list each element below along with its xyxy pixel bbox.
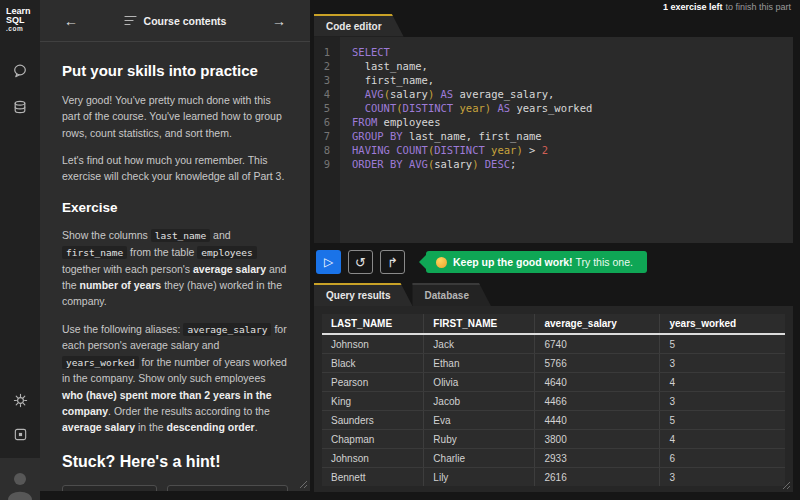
next-exercise-arrow[interactable]: → bbox=[272, 14, 286, 28]
tab-database[interactable]: Database bbox=[412, 283, 490, 306]
course-contents-button[interactable]: Course contents bbox=[124, 15, 227, 27]
table-cell: Johnson bbox=[322, 449, 424, 468]
stuck-heading: Stuck? Here's a hint! bbox=[62, 453, 288, 471]
smiley-emoji-icon bbox=[436, 257, 447, 268]
column-header: LAST_NAME bbox=[322, 314, 424, 334]
database-icon[interactable] bbox=[10, 97, 30, 117]
lesson-paragraph: Very good! You've pretty much done with … bbox=[62, 92, 288, 141]
table-cell: 4640 bbox=[535, 373, 660, 392]
code-line[interactable]: last_name, bbox=[352, 59, 793, 73]
table-row: SaundersEva44405 bbox=[322, 411, 785, 430]
table-cell: 3 bbox=[660, 392, 785, 411]
table-cell: 4 bbox=[660, 373, 785, 392]
chat-icon[interactable] bbox=[10, 61, 30, 81]
panel-resize-handle[interactable] bbox=[299, 480, 308, 489]
line-number: 9 bbox=[314, 157, 340, 171]
feedback-message: Keep up the good work! Try this one. bbox=[426, 251, 647, 273]
previous-exercise-arrow[interactable]: ← bbox=[64, 14, 78, 28]
line-number: 2 bbox=[314, 59, 340, 73]
code-line[interactable]: HAVING COUNT(DISTINCT year) > 2 bbox=[352, 143, 793, 157]
code-line[interactable]: SELECT bbox=[352, 45, 793, 59]
workspace: 1 exercise left to finish this part Code… bbox=[310, 0, 800, 500]
panel-shortcut-icon[interactable] bbox=[10, 424, 30, 444]
line-number: 7 bbox=[314, 129, 340, 143]
run-query-button[interactable]: ▷ bbox=[316, 250, 341, 274]
table-cell: 5 bbox=[660, 334, 785, 354]
results-tab-row: Query results Database bbox=[314, 284, 793, 306]
table-row: ChapmanRuby38004 bbox=[322, 430, 785, 449]
exercise-paragraph: Use the following aliases: average_salar… bbox=[62, 321, 288, 436]
line-number: 8 bbox=[314, 143, 340, 157]
table-cell: 4440 bbox=[535, 411, 660, 430]
lesson-title: Put your skills into practice bbox=[62, 62, 288, 79]
tab-query-results[interactable]: Query results bbox=[314, 283, 412, 306]
table-cell: 2616 bbox=[535, 468, 660, 487]
table-cell: 5766 bbox=[535, 354, 660, 373]
learnsql-logo[interactable]: Learn SQL .com bbox=[0, 0, 31, 33]
table-cell: Eva bbox=[424, 411, 535, 430]
editor-actions: ▷ ↺ ↱ Keep up the good work! Try this on… bbox=[314, 243, 793, 281]
skip-forward-button[interactable]: ↱ bbox=[380, 250, 405, 274]
table-row: BlackEthan57663 bbox=[322, 354, 785, 373]
code-line[interactable]: first_name, bbox=[352, 73, 793, 87]
give-hint-button[interactable]: Give me a hint bbox=[62, 485, 157, 491]
table-cell: Pearson bbox=[322, 373, 424, 392]
exercises-left-text: to finish this part bbox=[725, 2, 791, 12]
settings-gear-icon[interactable] bbox=[10, 390, 30, 410]
user-avatar[interactable] bbox=[0, 458, 40, 500]
table-cell: 4 bbox=[660, 430, 785, 449]
course-contents-label: Course contents bbox=[144, 15, 227, 27]
code-line[interactable]: GROUP BY last_name, first_name bbox=[352, 129, 793, 143]
show-answer-button[interactable]: Show me the answer bbox=[167, 485, 288, 491]
line-number: 1 bbox=[314, 45, 340, 59]
table-row: PearsonOlivia46404 bbox=[322, 373, 785, 392]
table-cell: Lily bbox=[424, 468, 535, 487]
logo-line3: .com bbox=[6, 26, 31, 33]
code-line[interactable]: ORDER BY AVG(salary) DESC; bbox=[352, 157, 793, 171]
results-resize-handle[interactable] bbox=[782, 481, 791, 490]
code-line[interactable]: COUNT(DISTINCT year) AS years_worked bbox=[352, 101, 793, 115]
code-line[interactable]: AVG(salary) AS average_salary, bbox=[352, 87, 793, 101]
exercises-left-count: 1 exercise left bbox=[663, 2, 723, 12]
table-cell: 4466 bbox=[535, 392, 660, 411]
course-contents-icon bbox=[124, 15, 137, 26]
sql-code[interactable]: SELECT last_name, first_name, AVG(salary… bbox=[340, 37, 793, 244]
table-row: JohnsonJack67405 bbox=[322, 334, 785, 354]
lesson-paragraph: Let's find out how much you remember. Th… bbox=[62, 152, 288, 185]
results-table: LAST_NAMEFIRST_NAMEaverage_salaryyears_w… bbox=[322, 314, 785, 486]
table-cell: 3800 bbox=[535, 430, 660, 449]
line-number-gutter: 123456789 bbox=[314, 37, 340, 244]
code-editor[interactable]: 123456789 SELECT last_name, first_name, … bbox=[314, 37, 793, 244]
table-cell: Saunders bbox=[322, 411, 424, 430]
table-cell: Black bbox=[322, 354, 424, 373]
column-header: average_salary bbox=[535, 314, 660, 334]
table-cell: 3 bbox=[660, 354, 785, 373]
exercise-heading: Exercise bbox=[62, 200, 288, 215]
reset-code-button[interactable]: ↺ bbox=[348, 250, 373, 274]
table-cell: Johnson bbox=[322, 334, 424, 354]
table-cell: 2933 bbox=[535, 449, 660, 468]
line-number: 4 bbox=[314, 87, 340, 101]
table-cell: 6740 bbox=[535, 334, 660, 354]
table-row: BennettLily26163 bbox=[322, 468, 785, 487]
feedback-text: Keep up the good work! Try this one. bbox=[453, 256, 633, 268]
table-cell: Chapman bbox=[322, 430, 424, 449]
table-row: JohnsonCharlie29336 bbox=[322, 449, 785, 468]
table-cell: 5 bbox=[660, 411, 785, 430]
table-cell: Jack bbox=[424, 334, 535, 354]
table-row: KingJacob44663 bbox=[322, 392, 785, 411]
tab-code-editor[interactable]: Code editor bbox=[314, 14, 404, 37]
line-number: 5 bbox=[314, 101, 340, 115]
editor-tab-row: Code editor bbox=[314, 15, 793, 37]
line-number: 3 bbox=[314, 73, 340, 87]
lesson-panel: ← Course contents → Put your skills into… bbox=[40, 0, 310, 491]
table-cell: 6 bbox=[660, 449, 785, 468]
exercise-paragraph: Show the columns last_name and first_nam… bbox=[62, 227, 288, 309]
code-line[interactable]: FROM employees bbox=[352, 115, 793, 129]
learnsql-app: Learn SQL .com ← bbox=[0, 0, 800, 500]
query-results-panel: LAST_NAMEFIRST_NAMEaverage_salaryyears_w… bbox=[314, 306, 793, 492]
table-cell: Ruby bbox=[424, 430, 535, 449]
column-header: years_worked bbox=[660, 314, 785, 334]
table-cell: King bbox=[322, 392, 424, 411]
lesson-content: Put your skills into practice Very good!… bbox=[40, 42, 310, 491]
